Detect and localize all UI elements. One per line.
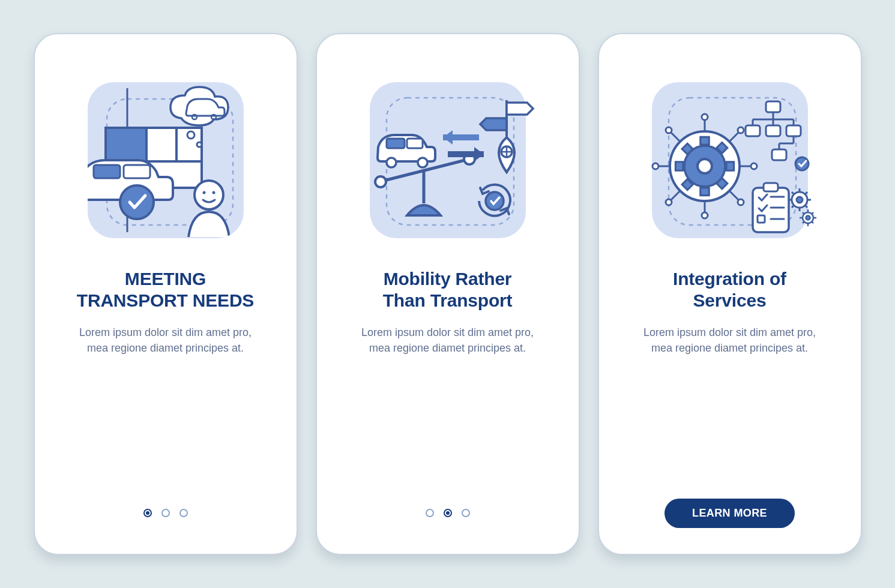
svg-rect-67 <box>764 183 778 191</box>
svg-point-41 <box>652 163 658 169</box>
svg-point-51 <box>738 199 744 205</box>
transport-needs-icon <box>70 64 262 256</box>
svg-point-11 <box>194 181 223 209</box>
page-dot-1[interactable] <box>143 509 152 517</box>
onboarding-screen-3: Integration of Services Lorem ipsum dolo… <box>598 33 862 555</box>
screen-title: MEETING TRANSPORT NEEDS <box>77 268 254 311</box>
learn-more-button[interactable]: LEARN MORE <box>664 499 795 528</box>
svg-point-15 <box>197 142 202 147</box>
svg-point-45 <box>738 127 744 133</box>
svg-rect-52 <box>766 101 780 112</box>
integration-icon <box>634 64 826 256</box>
onboarding-screens-row: MEETING TRANSPORT NEEDS Lorem ipsum dolo… <box>34 33 862 555</box>
screen-description: Lorem ipsum dolor sit dim amet pro, mea … <box>73 325 259 356</box>
svg-point-20 <box>375 176 386 187</box>
svg-rect-9 <box>124 165 150 178</box>
svg-point-49 <box>666 127 672 133</box>
page-dot-2[interactable] <box>444 509 452 517</box>
svg-rect-66 <box>753 188 789 232</box>
svg-point-12 <box>202 191 205 194</box>
page-dot-2[interactable] <box>161 509 170 517</box>
svg-point-14 <box>187 131 194 139</box>
svg-point-39 <box>702 212 708 218</box>
screen-description: Lorem ipsum dolor sit dim amet pro, mea … <box>355 325 541 356</box>
svg-point-75 <box>806 216 810 220</box>
svg-point-35 <box>698 159 712 173</box>
mobility-icon <box>352 64 544 256</box>
svg-rect-6 <box>146 128 176 161</box>
svg-rect-64 <box>772 149 786 160</box>
pagination <box>426 496 470 530</box>
svg-point-43 <box>751 163 757 169</box>
svg-rect-58 <box>746 125 760 136</box>
svg-point-30 <box>486 192 504 210</box>
svg-point-10 <box>120 185 154 219</box>
svg-point-65 <box>795 157 809 170</box>
screen-title: Mobility Rather Than Transport <box>383 268 513 311</box>
svg-point-73 <box>797 197 803 203</box>
screen-title: Integration of Services <box>673 268 786 311</box>
pagination <box>143 496 188 530</box>
svg-rect-23 <box>407 139 423 148</box>
svg-rect-60 <box>786 125 801 136</box>
onboarding-screen-2: Mobility Rather Than Transport Lorem ips… <box>316 33 580 555</box>
svg-point-13 <box>212 191 215 194</box>
svg-point-25 <box>418 158 427 167</box>
page-dot-3[interactable] <box>179 509 188 517</box>
svg-rect-5 <box>106 128 146 161</box>
svg-rect-59 <box>766 125 780 136</box>
screen-description: Lorem ipsum dolor sit dim amet pro, mea … <box>637 325 823 356</box>
svg-rect-22 <box>387 139 405 148</box>
page-dot-3[interactable] <box>462 509 470 517</box>
page-dot-1[interactable] <box>426 509 434 517</box>
svg-point-47 <box>666 199 672 205</box>
svg-rect-8 <box>94 165 120 178</box>
svg-point-24 <box>387 158 396 167</box>
onboarding-screen-1: MEETING TRANSPORT NEEDS Lorem ipsum dolo… <box>34 33 298 555</box>
svg-point-37 <box>702 114 708 120</box>
